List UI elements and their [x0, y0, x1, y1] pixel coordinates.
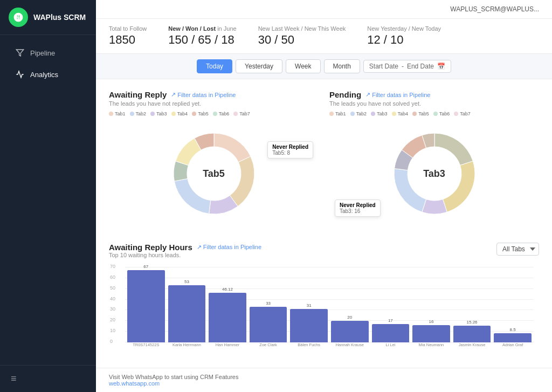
- bar-col: 31: [290, 303, 328, 342]
- pipeline-label: Pipeline: [30, 49, 55, 57]
- awaiting-hours-section: Awaiting Reply Hours ↗ Filter datas in P…: [109, 243, 539, 353]
- awaiting-hours-header: Awaiting Reply Hours ↗ Filter datas in P…: [109, 243, 539, 265]
- sidebar-item-analytics[interactable]: Analytics: [4, 64, 92, 85]
- bar-col: 17: [372, 318, 410, 342]
- pipeline-icon: [15, 48, 25, 58]
- bar-col: 15.26: [453, 320, 491, 342]
- user-info: WAPLUS_SCRM@WAPLUS...: [450, 5, 539, 13]
- external-link-icon-2: ↗: [365, 91, 370, 98]
- footer-bar: Visit Web WhatsApp to start using CRM Fe…: [96, 368, 552, 392]
- svg-marker-2: [16, 50, 23, 56]
- stats-bar: Total to Follow 1850 New / Won / Lost in…: [96, 19, 552, 54]
- pending-center-label: Tab3: [423, 168, 445, 180]
- awaiting-reply-tooltip: Never Replied Tab5: 8: [267, 141, 313, 159]
- topbar: WAPLUS_SCRM@WAPLUS...: [96, 0, 552, 19]
- pending-legend: Tab1Tab2Tab3Tab4Tab5Tab6Tab7: [329, 111, 539, 116]
- stat-yesterday-today-label: New Yesterday / New Today: [367, 25, 441, 32]
- filter-today-button[interactable]: Today: [197, 59, 232, 73]
- legend-item: Tab3: [371, 111, 388, 116]
- start-date-label: Start Date: [369, 63, 398, 70]
- date-filter-bar: Today Yesterday Week Month Start Date - …: [96, 54, 552, 79]
- awaiting-reply-filter-link[interactable]: ↗ Filter datas in Pipeline: [171, 91, 236, 98]
- menu-icon[interactable]: ≡: [11, 373, 17, 384]
- legend-item: Tab4: [171, 111, 188, 116]
- legend-item: Tab6: [433, 111, 450, 116]
- stat-new-won-lost-label: New / Won / Lost in June: [168, 25, 236, 32]
- date-separator: -: [402, 63, 404, 70]
- legend-item: Tab7: [454, 111, 471, 116]
- pending-tooltip: Never Replied Tab3: 16: [335, 200, 381, 217]
- legend-item: Tab2: [130, 111, 147, 116]
- bar-col: 33: [250, 301, 287, 342]
- stat-last-this-week: New Last Week / New This Week 30 / 50: [258, 25, 346, 47]
- awaiting-reply-subtitle: The leads you have not replied yet.: [109, 100, 319, 107]
- stat-yesterday-today: New Yesterday / New Today 12 / 10: [367, 25, 441, 47]
- stat-total-follow-value: 1850: [109, 33, 147, 47]
- bar-labels: TR0S714522SKarla HerrmannHan HammerZoe C…: [125, 342, 534, 353]
- sidebar-footer: ≡: [0, 365, 96, 392]
- bar-label: Hannah Krause: [331, 342, 369, 353]
- bar-label: Bälen Fuchs: [290, 342, 328, 353]
- bar-col: 8.5: [494, 327, 532, 342]
- tabs-dropdown[interactable]: All Tabs: [496, 243, 539, 256]
- filter-month-button[interactable]: Month: [324, 59, 360, 73]
- filter-yesterday-button[interactable]: Yesterday: [236, 59, 282, 73]
- bars-container: 675346.12333120171615.268.5: [125, 267, 534, 342]
- legend-item: Tab1: [109, 111, 126, 116]
- awaiting-reply-donut: Tab5 Never Replied Tab5: 8: [109, 120, 319, 228]
- legend-item: Tab4: [392, 111, 409, 116]
- end-date-label: End Date: [407, 63, 434, 70]
- bar-label: Han Hammer: [209, 342, 246, 353]
- bar-col: 67: [127, 264, 165, 342]
- bar-label: TR0S714522S: [127, 342, 165, 353]
- stat-last-this-week-label: New Last Week / New This Week: [258, 25, 346, 32]
- legend-item: Tab1: [329, 111, 346, 116]
- stat-new-won-lost: New / Won / Lost in June 150 / 65 / 18: [168, 25, 236, 47]
- legend-item: Tab6: [213, 111, 230, 116]
- awaiting-reply-center-label: Tab5: [203, 168, 225, 180]
- content-area: Awaiting Reply ↗ Filter datas in Pipelin…: [96, 79, 552, 368]
- awaiting-hours-filter-link[interactable]: ↗ Filter datas in Pipeline: [197, 244, 261, 251]
- app-logo: WA: [9, 8, 28, 27]
- sidebar-nav: Pipeline Analytics: [0, 35, 96, 365]
- awaiting-reply-section: Awaiting Reply ↗ Filter datas in Pipelin…: [109, 90, 319, 228]
- bar-col: 46.12: [209, 287, 246, 342]
- awaiting-reply-legend: Tab1Tab2Tab3Tab4Tab5Tab6Tab7: [109, 111, 319, 116]
- awaiting-reply-title: Awaiting Reply ↗ Filter datas in Pipelin…: [109, 90, 319, 99]
- pending-donut: Tab3 Never Replied Tab3: 16: [329, 120, 539, 228]
- calendar-icon: 📅: [437, 63, 445, 70]
- filter-week-button[interactable]: Week: [286, 59, 320, 73]
- awaiting-hours-subtitle: Top 10 waiting hours leads.: [109, 252, 261, 258]
- stat-last-this-week-value: 30 / 50: [258, 33, 346, 47]
- analytics-icon: [15, 70, 25, 79]
- pending-filter-link[interactable]: ↗ Filter datas in Pipeline: [365, 91, 430, 98]
- pending-section: Pending ↗ Filter datas in Pipeline The l…: [329, 90, 539, 228]
- app-title: WAPlus SCRM: [33, 13, 86, 22]
- stat-yesterday-today-value: 12 / 10: [367, 33, 441, 47]
- stat-total-follow: Total to Follow 1850: [109, 25, 147, 47]
- bar-label: Zoe Clark: [250, 342, 287, 353]
- sidebar: WA WAPlus SCRM Pipeline Analytics ≡: [0, 0, 96, 392]
- sidebar-header: WA WAPlus SCRM: [0, 0, 96, 35]
- footer-text: Visit Web WhatsApp to start using CRM Fe…: [109, 374, 238, 380]
- bar-label: Jasmin Krause: [453, 342, 491, 353]
- analytics-label: Analytics: [30, 71, 58, 79]
- bar-col: 16: [412, 319, 450, 342]
- sidebar-item-pipeline[interactable]: Pipeline: [4, 43, 92, 63]
- stat-total-follow-label: Total to Follow: [109, 25, 147, 32]
- pending-title: Pending ↗ Filter datas in Pipeline: [329, 90, 539, 99]
- bar-label: Adrian Graf: [494, 342, 532, 353]
- stat-new-won-lost-value: 150 / 65 / 18: [168, 33, 236, 47]
- legend-item: Tab2: [350, 111, 367, 116]
- awaiting-hours-title: Awaiting Reply Hours ↗ Filter datas in P…: [109, 243, 261, 252]
- date-range-picker[interactable]: Start Date - End Date 📅: [363, 60, 451, 73]
- bar-col: 53: [168, 279, 206, 342]
- charts-row: Awaiting Reply ↗ Filter datas in Pipelin…: [109, 90, 539, 228]
- footer-link[interactable]: web.whatsapp.com: [109, 380, 160, 387]
- svg-text:WA: WA: [16, 16, 22, 19]
- bar-col: 20: [331, 315, 369, 342]
- legend-item: Tab5: [192, 111, 209, 116]
- bar-label: Karla Herrmann: [168, 342, 206, 353]
- legend-item: Tab3: [150, 111, 167, 116]
- bar-label: Li Lei: [372, 342, 410, 353]
